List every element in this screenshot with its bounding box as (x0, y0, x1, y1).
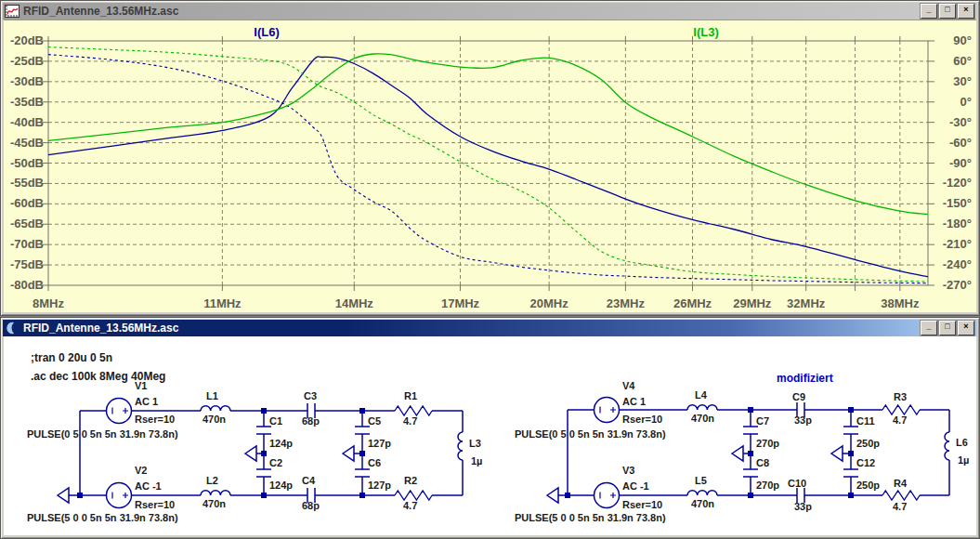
trace-label-I(L3)[interactable]: I(L3) (693, 25, 718, 39)
close-button[interactable]: × (958, 4, 974, 19)
maximize-button[interactable]: □ (939, 4, 956, 19)
trace-label-I(L6)[interactable]: I(L6) (254, 25, 279, 39)
schematic-canvas[interactable] (4, 336, 976, 535)
schematic-window-title: RFID_Antenne_13.56MHz.asc (23, 322, 921, 335)
waveform-titlebar[interactable]: RFID_Antenne_13.56MHz.asc _ □ × (3, 3, 977, 20)
maximize-button[interactable]: □ (939, 321, 956, 335)
minimize-button[interactable]: _ (921, 4, 937, 19)
waveform-icon (5, 5, 20, 18)
minimize-button[interactable]: _ (921, 321, 937, 335)
plot-canvas[interactable] (4, 20, 976, 312)
waveform-window: RFID_Antenne_13.56MHz.asc _ □ × (0, 0, 980, 316)
schematic-icon (5, 322, 20, 335)
waveform-window-title: RFID_Antenne_13.56MHz.asc (23, 5, 921, 18)
close-button[interactable]: × (958, 321, 974, 335)
schematic-titlebar[interactable]: RFID_Antenne_13.56MHz.asc _ □ × (3, 320, 977, 336)
schematic-window: RFID_Antenne_13.56MHz.asc _ □ × (0, 317, 980, 539)
